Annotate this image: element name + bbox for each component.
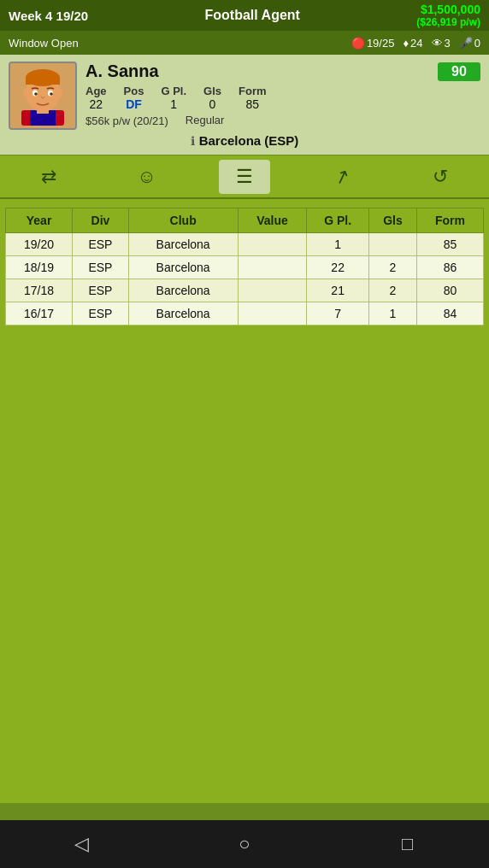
history-icon: ↺: [433, 166, 448, 188]
cell-gls: [368, 233, 416, 256]
player-info: A. Sanna 90 Age 22 Pos DF G Pl. 1 Gls: [85, 62, 480, 127]
trend-icon: ↗: [331, 163, 353, 190]
form-label: Form: [239, 85, 267, 97]
mic-count: 0: [474, 37, 480, 50]
cell-gls: 1: [368, 302, 416, 326]
cell-club: Barcelona: [128, 302, 238, 326]
cell-div: ESP: [73, 302, 129, 326]
recents-icon: □: [402, 833, 413, 855]
cell-gls: 2: [368, 279, 416, 302]
pos-stat: Pos DF: [124, 85, 144, 111]
cell-div: ESP: [73, 256, 129, 279]
wage-status-row: $56k p/w (20/21) Regular: [85, 113, 480, 127]
player-name-row: A. Sanna 90: [85, 62, 480, 81]
cell-value: [238, 302, 307, 326]
second-bar: Window Open 🔴 19/25 ♦ 24 👁 3 🎤 0: [0, 31, 489, 55]
mood-icon: ☺: [137, 166, 156, 188]
col-value: Value: [238, 208, 307, 233]
svg-point-9: [50, 92, 53, 96]
gpl-stat: G Pl. 1: [161, 85, 186, 111]
table-row: 19/20ESPBarcelona185: [6, 233, 484, 256]
pos-value: DF: [126, 97, 142, 111]
tab-history[interactable]: ↺: [415, 160, 466, 194]
col-club: Club: [128, 208, 238, 233]
form-stat: Form 85: [239, 85, 267, 111]
recents-button[interactable]: □: [382, 827, 433, 861]
cell-div: ESP: [73, 279, 129, 302]
indicators: 🔴 19/25 ♦ 24 👁 3 🎤 0: [351, 37, 480, 50]
col-form: Form: [416, 208, 483, 233]
player-rating: 90: [438, 62, 480, 81]
cell-gpl: 21: [307, 279, 369, 302]
diamond-indicator: ♦ 24: [403, 37, 422, 50]
player-club: Barcelona (ESP): [199, 133, 299, 148]
cell-value: [238, 256, 307, 279]
weekly-money: ($26,919 p/w): [416, 16, 480, 28]
age-stat: Age 22: [85, 85, 107, 111]
player-stats-row: Age 22 Pos DF G Pl. 1 Gls 0 Form 85: [85, 85, 480, 111]
svg-point-8: [34, 92, 38, 96]
cell-value: [238, 233, 307, 256]
red-count: 19/25: [367, 37, 395, 50]
player-name: A. Sanna: [85, 62, 159, 81]
bottom-nav: ◁ ○ □: [0, 820, 489, 868]
table-row: 18/19ESPBarcelona22286: [6, 256, 484, 279]
money-display: $1,500,000 ($26,919 p/w): [416, 3, 480, 28]
player-status: Regular: [186, 114, 225, 127]
cell-year: 19/20: [6, 233, 73, 256]
svg-point-11: [57, 89, 62, 97]
svg-rect-5: [26, 78, 60, 85]
cell-div: ESP: [73, 233, 129, 256]
table-row: 16/17ESPBarcelona7184: [6, 302, 484, 326]
mic-icon: 🎤: [459, 37, 473, 50]
stats-icon: ☰: [236, 166, 253, 188]
cell-year: 16/17: [6, 302, 73, 326]
transfer-icon: ⇄: [41, 166, 56, 188]
cell-club: Barcelona: [128, 279, 238, 302]
tab-stats[interactable]: ☰: [219, 160, 270, 194]
cell-gpl: 7: [307, 302, 369, 326]
tab-mood[interactable]: ☺: [121, 160, 173, 194]
player-avatar: [9, 62, 77, 130]
col-div: Div: [73, 208, 129, 233]
pos-label: Pos: [124, 85, 144, 97]
avatar-svg: [13, 66, 73, 126]
cell-gls: 2: [368, 256, 416, 279]
stats-table: Year Div Club Value G Pl. Gls Form 19/20…: [5, 208, 484, 326]
player-wage: $56k p/w (20/21): [85, 114, 168, 127]
tab-trend[interactable]: ↗: [316, 160, 368, 194]
tab-transfer[interactable]: ⇄: [23, 160, 74, 194]
diamond-count: 24: [410, 37, 422, 50]
home-icon: ○: [239, 833, 250, 855]
svg-point-10: [23, 89, 28, 97]
red-dot-icon: 🔴: [351, 37, 365, 50]
app-title: Football Agent: [205, 8, 300, 23]
empty-space: [0, 334, 489, 803]
eye-indicator: 👁 3: [432, 37, 451, 50]
window-status: Window Open: [9, 37, 79, 50]
table-row: 17/18ESPBarcelona21280: [6, 279, 484, 302]
table-header: Year Div Club Value G Pl. Gls Form: [6, 208, 484, 233]
back-button[interactable]: ◁: [56, 827, 107, 861]
cell-gpl: 22: [307, 256, 369, 279]
week-label: Week 4 19/20: [9, 9, 88, 23]
mic-indicator: 🎤 0: [459, 37, 480, 50]
col-gpl: G Pl.: [307, 208, 369, 233]
cell-year: 17/18: [6, 279, 73, 302]
cell-year: 18/19: [6, 256, 73, 279]
player-club-row: ℹ Barcelona (ESP): [9, 133, 480, 148]
player-card-top: A. Sanna 90 Age 22 Pos DF G Pl. 1 Gls: [9, 62, 480, 130]
col-gls: Gls: [368, 208, 416, 233]
home-button[interactable]: ○: [219, 827, 270, 861]
red-indicator: 🔴 19/25: [351, 37, 395, 50]
top-bar: Week 4 19/20 Football Agent $1,500,000 (…: [0, 0, 489, 31]
header-row: Year Div Club Value G Pl. Gls Form: [6, 208, 484, 233]
cell-club: Barcelona: [128, 233, 238, 256]
table-area: Year Div Club Value G Pl. Gls Form 19/20…: [0, 199, 489, 334]
back-icon: ◁: [74, 833, 89, 855]
cell-gpl: 1: [307, 233, 369, 256]
gpl-label: G Pl.: [161, 85, 186, 97]
col-year: Year: [6, 208, 73, 233]
gls-value: 0: [209, 97, 216, 111]
diamond-icon: ♦: [403, 37, 409, 50]
